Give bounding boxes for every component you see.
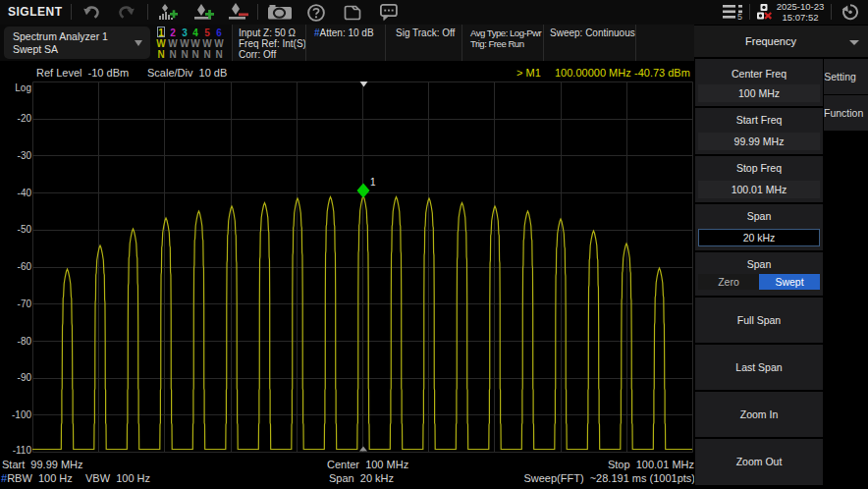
- svg-text:1: 1: [370, 177, 376, 188]
- svg-text:5: 5: [737, 12, 742, 21]
